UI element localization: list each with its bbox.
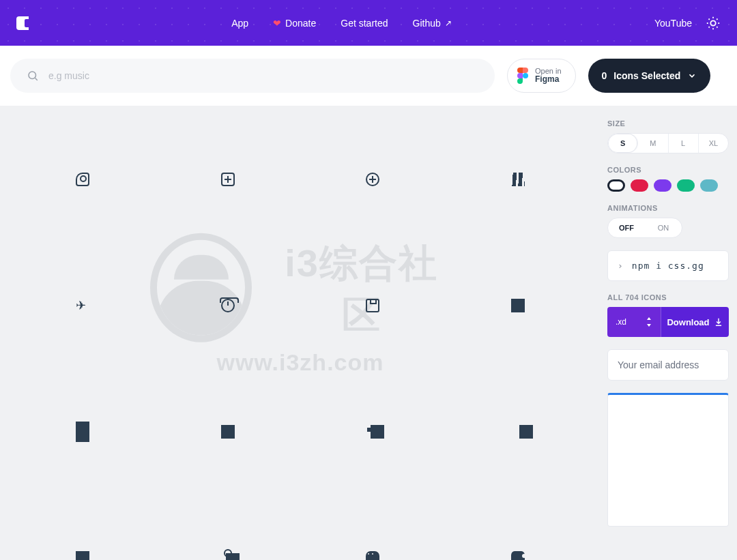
icons-selected-button[interactable]: 0 Icons Selected [588, 59, 711, 93]
add-r-icon [366, 173, 379, 186]
icon-add[interactable] [156, 116, 301, 242]
npm-command[interactable]: › npm i css.gg [607, 250, 729, 281]
prompt-icon: › [618, 261, 624, 271]
add-icon [221, 173, 235, 186]
alarm-icon [221, 299, 235, 312]
icon-grid-area: i3综合社区 www.i3zh.com [0, 106, 601, 560]
colors-label: COLORS [607, 166, 729, 174]
icon-album[interactable] [300, 242, 446, 368]
search-input[interactable] [48, 70, 478, 81]
size-xl[interactable]: XL [699, 134, 728, 153]
icon-align-right[interactable] [446, 368, 591, 495]
nav-donate[interactable]: ❤Donate [273, 18, 316, 29]
align-top-icon [76, 551, 89, 561]
format-select[interactable]: .xd [607, 307, 661, 337]
email-input[interactable] [607, 349, 729, 381]
logo-icon[interactable] [16, 16, 29, 30]
search-icon [27, 70, 39, 82]
nav-app[interactable]: App [231, 18, 248, 29]
apple-icon [511, 551, 525, 561]
color-purple[interactable] [654, 179, 671, 192]
right-nav: YouTube [654, 16, 721, 31]
icon-align-left[interactable] [156, 368, 301, 495]
heart-icon: ❤ [273, 18, 281, 29]
selected-label: Icons Selected [613, 70, 680, 81]
toolbar: Open in Figma 0 Icons Selected [0, 46, 737, 106]
npm-text: npm i css.gg [632, 261, 704, 271]
all-icons-label: ALL 704 ICONS [607, 293, 729, 301]
android-icon [366, 551, 379, 561]
external-link-icon: ↗ [445, 18, 452, 28]
icon-abstract[interactable] [10, 116, 156, 242]
svg-point-1 [29, 72, 36, 79]
sort-icon [646, 317, 652, 327]
icon-align-center[interactable] [10, 368, 156, 495]
size-label: SIZE [607, 119, 729, 128]
icon-anchor[interactable] [156, 495, 301, 560]
icon-alarm[interactable] [156, 242, 301, 368]
animations-label: ANIMATIONS [607, 204, 729, 212]
abstract-icon [76, 173, 89, 186]
size-selector: S M L XL [607, 133, 729, 153]
search-wrap[interactable] [10, 59, 495, 93]
color-green[interactable] [677, 179, 695, 192]
open-in-figma-button[interactable]: Open in Figma [507, 59, 576, 93]
align-middle-icon [371, 425, 384, 439]
top-nav: App ❤Donate Get started Github↗ YouTube [0, 0, 737, 46]
download-button[interactable]: Download [661, 307, 729, 337]
size-l[interactable]: L [669, 134, 699, 153]
theme-toggle-icon[interactable] [706, 16, 721, 31]
svg-point-2 [523, 73, 528, 78]
download-icon [714, 317, 723, 327]
icon-airplane[interactable] [10, 242, 156, 368]
align-center-icon [76, 425, 89, 439]
figma-icon [517, 68, 528, 84]
nav-get-started[interactable]: Get started [341, 18, 388, 29]
size-s[interactable]: S [608, 134, 638, 153]
airplane-icon [76, 299, 89, 312]
align-bottom-icon [511, 299, 525, 312]
color-selector [607, 179, 729, 192]
svg-point-0 [710, 20, 715, 25]
adidas-icon [511, 173, 525, 186]
color-default[interactable] [607, 179, 625, 192]
icon-add-r[interactable] [300, 116, 446, 242]
album-icon [366, 299, 379, 312]
embed-panel[interactable] [607, 393, 729, 527]
icon-adidas[interactable] [446, 116, 591, 242]
sidebar: SIZE S M L XL COLORS ANIMATIONS OFF ON [601, 106, 737, 560]
nav-youtube[interactable]: YouTube [654, 18, 692, 29]
anchor-icon [226, 553, 240, 561]
color-red[interactable] [631, 179, 648, 192]
selected-count: 0 [602, 70, 607, 81]
size-m[interactable]: M [638, 134, 668, 153]
anim-off[interactable]: OFF [608, 218, 645, 237]
icon-align-middle[interactable] [300, 368, 446, 495]
download-row: .xd Download [607, 307, 729, 337]
icon-apple[interactable] [446, 495, 591, 560]
align-left-icon [221, 425, 235, 439]
chevron-down-icon [687, 71, 697, 80]
anim-on[interactable]: ON [645, 218, 682, 237]
main-nav: App ❤Donate Get started Github↗ [231, 18, 452, 29]
align-right-icon [519, 425, 533, 439]
icon-align-top[interactable] [10, 495, 156, 560]
nav-github[interactable]: Github↗ [413, 18, 452, 29]
animation-toggle: OFF ON [607, 218, 682, 238]
figma-line2: Figma [535, 75, 562, 84]
icon-align-bottom[interactable] [446, 242, 591, 368]
icon-android[interactable] [300, 495, 446, 560]
color-teal[interactable] [700, 179, 718, 192]
